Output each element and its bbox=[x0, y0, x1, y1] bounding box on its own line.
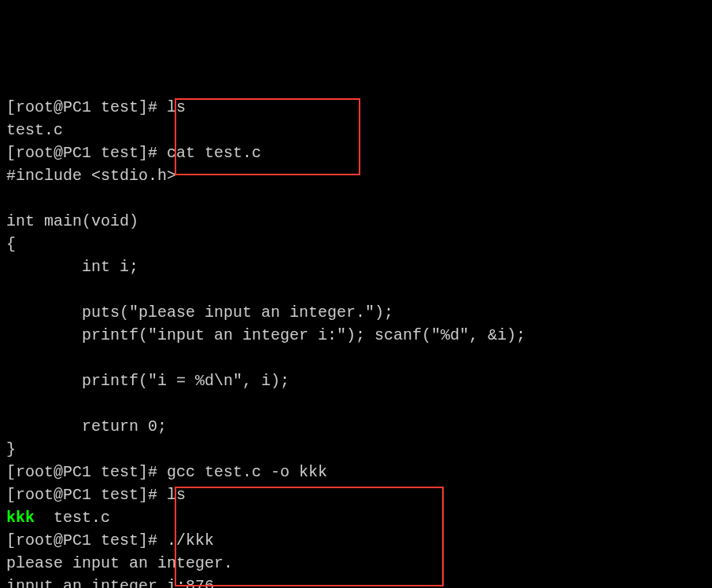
code-line: { bbox=[6, 235, 16, 253]
prompt: [root@PC1 test]# bbox=[6, 531, 167, 549]
code-line: int main(void) bbox=[6, 212, 138, 230]
code-line: return 0; bbox=[6, 417, 167, 435]
code-line: printf("i = %d\n", i); bbox=[6, 372, 290, 390]
program-output: please input an integer. bbox=[6, 554, 233, 572]
code-line: int i; bbox=[6, 258, 138, 276]
highlight-box-1 bbox=[175, 98, 360, 175]
code-line: #include <stdio.h> bbox=[6, 167, 176, 185]
code-line: printf("input an integer i:"); scanf("%d… bbox=[6, 326, 526, 344]
output-line: test.c bbox=[6, 121, 63, 139]
command-cat: cat test.c bbox=[167, 144, 261, 162]
command-ls: ls bbox=[167, 486, 186, 504]
output-line: test.c bbox=[35, 509, 110, 527]
command-gcc: gcc test.c -o kkk bbox=[167, 463, 327, 481]
program-output: input an integer i:876 bbox=[6, 577, 214, 588]
code-line: puts("please input an integer."); bbox=[6, 303, 393, 322]
executable-file: kkk bbox=[6, 509, 35, 527]
prompt: [root@PC1 test]# bbox=[6, 486, 167, 504]
code-line: } bbox=[6, 440, 16, 458]
command-ls: ls bbox=[167, 98, 186, 116]
prompt: [root@PC1 test]# bbox=[6, 144, 167, 162]
terminal-output[interactable]: [root@PC1 test]# ls test.c [root@PC1 tes… bbox=[6, 96, 706, 588]
command-run: ./kkk bbox=[167, 531, 214, 549]
prompt: [root@PC1 test]# bbox=[6, 98, 167, 116]
prompt: [root@PC1 test]# bbox=[6, 463, 167, 481]
